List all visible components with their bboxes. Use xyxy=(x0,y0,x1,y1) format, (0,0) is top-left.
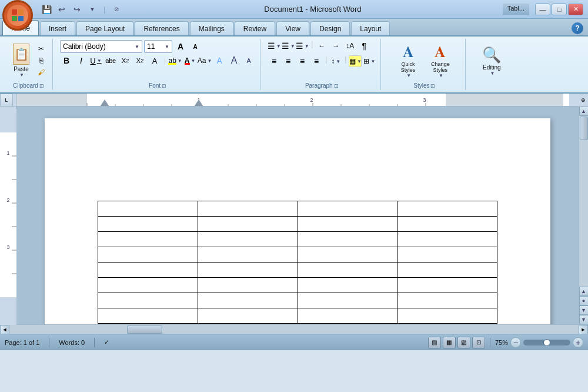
table-cell[interactable] xyxy=(198,247,298,263)
font-name-select[interactable]: Calibri (Body) ▼ xyxy=(60,40,142,53)
underline-button[interactable]: U▼ xyxy=(89,55,102,67)
format-painter-button[interactable]: 🖌 xyxy=(35,67,48,78)
table-cell[interactable] xyxy=(198,263,298,278)
font-size-select[interactable]: 11 ▼ xyxy=(144,40,172,53)
table-cell[interactable] xyxy=(98,247,198,263)
zoom-out-btn[interactable]: − xyxy=(510,337,521,348)
table-cell[interactable] xyxy=(397,278,497,293)
clear-format-button[interactable]: A xyxy=(148,55,161,67)
zoom-level[interactable]: 75% xyxy=(495,339,508,346)
font-color-button[interactable]: A ▼ xyxy=(183,55,196,67)
outline-btn[interactable]: ⊡ xyxy=(472,337,485,348)
zoom-slider[interactable] xyxy=(523,340,570,346)
quick-styles-button[interactable]: 𝐀 QuickStyles ▼ xyxy=(394,40,422,81)
close-btn[interactable]: ✕ xyxy=(568,4,583,15)
vertical-scrollbar[interactable]: ▲ ▲ ● ▼ ▼ xyxy=(579,107,588,324)
table-cell[interactable] xyxy=(298,308,397,324)
table-cell[interactable] xyxy=(298,263,397,278)
table-cell[interactable] xyxy=(298,247,397,263)
text-size-large[interactable]: A xyxy=(228,55,240,67)
case-button[interactable]: Aa▼ xyxy=(198,55,211,67)
print-layout-btn[interactable]: ▤ xyxy=(428,337,441,348)
scroll-next-btn[interactable]: ● xyxy=(579,296,589,305)
tab-review[interactable]: Review xyxy=(235,21,275,35)
table-cell[interactable] xyxy=(397,201,497,217)
customize-quick-btn[interactable]: ▼ xyxy=(86,4,99,15)
tab-design[interactable]: Design xyxy=(310,21,350,35)
table-cell[interactable] xyxy=(198,308,298,324)
hscroll-thumb[interactable] xyxy=(127,325,162,334)
table-cell[interactable] xyxy=(298,201,397,217)
font-expand-icon[interactable]: ⊡ xyxy=(162,83,166,89)
table-cell[interactable] xyxy=(397,308,497,324)
paragraph-expand-icon[interactable]: ⊡ xyxy=(334,83,339,89)
multilevel-list-button[interactable]: ☰▼ xyxy=(296,40,309,52)
tab-page-layout[interactable]: Page Layout xyxy=(76,21,133,35)
table-contextual-tab[interactable]: Tabl... xyxy=(503,4,529,15)
table-cell[interactable] xyxy=(98,308,198,324)
table-cell[interactable] xyxy=(98,217,198,232)
zoom-in-btn[interactable]: + xyxy=(573,337,583,348)
web-layout-btn[interactable]: ▨ xyxy=(457,337,470,348)
table-cell[interactable] xyxy=(198,217,298,232)
table-cell[interactable] xyxy=(98,201,198,217)
table-cell[interactable] xyxy=(98,263,198,278)
document-table[interactable] xyxy=(98,201,497,324)
ruler-corner-btn[interactable]: ⊕ xyxy=(579,94,588,107)
bold-button[interactable]: B xyxy=(60,55,73,67)
strikethrough-button[interactable]: abc xyxy=(104,55,117,67)
tab-view[interactable]: View xyxy=(276,21,309,35)
table-cell[interactable] xyxy=(397,247,497,263)
sort-button[interactable]: ↕A xyxy=(343,40,356,52)
table-cell[interactable] xyxy=(397,217,497,232)
scroll-thumb[interactable] xyxy=(580,117,588,140)
align-right-button[interactable]: ≡ xyxy=(296,55,309,67)
maximize-btn[interactable]: □ xyxy=(552,4,567,15)
table-cell[interactable] xyxy=(198,232,298,247)
page-info[interactable]: Page: 1 of 1 xyxy=(5,339,39,346)
styles-expand-icon[interactable]: ⊡ xyxy=(430,83,435,89)
align-center-button[interactable]: ≡ xyxy=(282,55,295,67)
decrease-indent-button[interactable]: ← xyxy=(315,40,328,52)
line-spacing-button[interactable]: ↕▼ xyxy=(329,55,342,67)
table-cell[interactable] xyxy=(397,232,497,247)
hscroll-left-btn[interactable]: ◄ xyxy=(0,325,9,334)
help-btn[interactable]: ? xyxy=(567,21,588,35)
align-left-button[interactable]: ≡ xyxy=(268,55,280,67)
table-cell[interactable] xyxy=(397,293,497,308)
text-effects-button[interactable]: A xyxy=(213,55,226,67)
scroll-prev-btn[interactable]: ▼ xyxy=(579,305,589,315)
clipboard-expand-icon[interactable]: ⊡ xyxy=(39,83,44,89)
full-screen-btn[interactable]: ▦ xyxy=(443,337,456,348)
tab-mailings[interactable]: Mailings xyxy=(190,21,233,35)
justify-button[interactable]: ≡ xyxy=(310,55,323,67)
increase-indent-button[interactable]: → xyxy=(329,40,342,52)
table-cell[interactable] xyxy=(298,278,397,293)
table-cell[interactable] xyxy=(198,278,298,293)
table-cell[interactable] xyxy=(98,293,198,308)
horizontal-scrollbar[interactable]: ◄ ► xyxy=(0,324,588,334)
proofing-icon[interactable]: ✓ xyxy=(104,338,109,346)
tab-layout[interactable]: Layout xyxy=(351,21,390,35)
table-cell[interactable] xyxy=(98,278,198,293)
show-hide-button[interactable]: ¶ xyxy=(358,40,370,52)
view-ruler-btn[interactable]: L xyxy=(0,94,13,107)
change-styles-button[interactable]: 𝐀 ChangeStyles ▼ xyxy=(426,40,455,81)
subscript-button[interactable]: X2 xyxy=(119,55,132,67)
hscroll-track[interactable] xyxy=(9,325,579,334)
table-cell[interactable] xyxy=(98,232,198,247)
document-area[interactable] xyxy=(16,107,579,324)
paste-button[interactable]: 📋 Paste ▼ xyxy=(9,42,33,79)
scroll-track[interactable] xyxy=(579,116,588,287)
office-button[interactable] xyxy=(2,0,33,31)
table-cell[interactable] xyxy=(298,217,397,232)
italic-button[interactable]: I xyxy=(75,55,88,67)
table-cell[interactable] xyxy=(298,232,397,247)
superscript-button[interactable]: X2 xyxy=(133,55,146,67)
table-cell[interactable] xyxy=(198,201,298,217)
scroll-prev-page-btn[interactable]: ▲ xyxy=(579,287,589,296)
save-quick-btn[interactable]: 💾 xyxy=(40,4,53,15)
text-size-small[interactable]: A xyxy=(242,55,255,67)
redo-quick-btn[interactable]: ↪ xyxy=(71,4,83,15)
border-button[interactable]: ⊞▼ xyxy=(363,55,376,67)
